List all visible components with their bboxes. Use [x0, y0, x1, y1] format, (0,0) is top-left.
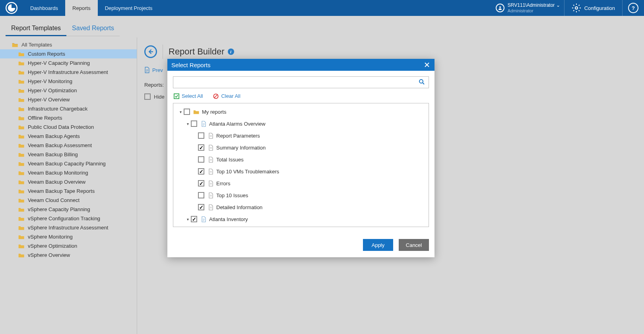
expand-toggle[interactable]: ▾ — [185, 217, 190, 221]
report-tree-row[interactable]: ▾My reports — [175, 106, 427, 118]
folder-icon — [18, 134, 25, 139]
subtab-saved-reports[interactable]: Saved Reports — [66, 21, 120, 36]
report-tree[interactable]: ▾My reports▾Atlanta Alarms OverviewRepor… — [173, 103, 429, 227]
tree-item-label: Veeam Backup Agents — [28, 133, 80, 139]
report-tree-row[interactable]: Summary Information — [175, 142, 427, 153]
report-checkbox[interactable] — [198, 156, 204, 163]
search-button[interactable] — [418, 78, 426, 86]
report-tree-row[interactable]: Detailed Information — [175, 201, 427, 213]
report-tree-row[interactable]: Total Issues — [175, 153, 427, 165]
report-tree-row[interactable]: Top 10 VMs Troublemakers — [175, 165, 427, 177]
hide-checkbox[interactable] — [144, 93, 151, 100]
document-icon — [144, 67, 150, 73]
subtabs: Report Templates Saved Reports — [0, 16, 137, 36]
close-icon — [424, 62, 430, 68]
folder-icon — [18, 152, 25, 157]
report-checkbox[interactable] — [184, 109, 190, 115]
report-tree-row[interactable]: ▾Atlanta Inventory — [175, 213, 427, 225]
select-all-icon — [174, 93, 179, 99]
report-checkbox[interactable] — [198, 168, 204, 175]
tree-item[interactable]: vSphere Optimization — [0, 241, 137, 250]
tree-item-label: Hyper-V Optimization — [28, 87, 77, 93]
tree-item[interactable]: Offline Reports — [0, 113, 137, 122]
tree-item[interactable]: Hyper-V Capacity Planning — [0, 58, 137, 68]
expand-toggle[interactable]: ▾ — [185, 122, 190, 126]
tree-item[interactable]: Veeam Backup Assessment — [0, 141, 137, 150]
tree-item[interactable]: Veeam Backup Billing — [0, 150, 137, 159]
tree-item-label: vSphere Optimization — [28, 243, 77, 249]
chevron-down-icon: ⌄ — [556, 2, 560, 8]
section-icon — [208, 204, 213, 210]
folder-icon — [18, 198, 25, 203]
tree-item[interactable]: Veeam Backup Monitoring — [0, 168, 137, 177]
tree-item[interactable]: Hyper-V Overview — [0, 95, 137, 104]
back-button[interactable] — [144, 45, 157, 58]
folder-icon — [18, 216, 25, 221]
tree-item[interactable]: Hyper-V Infrastructure Assessment — [0, 68, 137, 77]
tree-item[interactable]: Veeam Backup Overview — [0, 177, 137, 186]
preview-link[interactable]: Prev — [152, 67, 163, 73]
report-checkbox[interactable] — [191, 120, 197, 127]
folder-icon — [18, 70, 25, 75]
tree-item-label: Veeam Backup Capacity Planning — [28, 161, 106, 167]
folder-icon — [18, 88, 25, 93]
report-tree-label: Atlanta Alarms Overview — [209, 121, 266, 127]
report-tree-row[interactable]: Report Parameters — [175, 130, 427, 142]
tree-item-label: Hyper-V Capacity Planning — [28, 60, 90, 66]
report-checkbox[interactable] — [198, 132, 204, 139]
expand-toggle[interactable]: ▾ — [178, 110, 183, 114]
tree-item[interactable]: Hyper-V Optimization — [0, 86, 137, 95]
report-tree-row[interactable]: Top 10 Issues — [175, 189, 427, 201]
select-all-button[interactable]: Select All — [174, 93, 203, 99]
search-input[interactable] — [176, 80, 418, 85]
tree-item[interactable]: Veeam Cloud Connect — [0, 196, 137, 205]
nav-deployment-projects[interactable]: Deployment Projects — [98, 0, 160, 16]
info-icon[interactable]: i — [228, 49, 234, 55]
clear-all-button[interactable]: Clear All — [213, 93, 240, 99]
page-title: Report Builder — [169, 47, 225, 57]
report-tree-label: Top 10 VMs Troublemakers — [216, 169, 279, 175]
report-tree-row[interactable]: Errors — [175, 177, 427, 189]
tree-item[interactable]: Veeam Backup Capacity Planning — [0, 159, 137, 168]
top-bar: Dashboards Reports Deployment Projects S… — [0, 0, 644, 16]
tree-item-label: Hyper-V Monitoring — [28, 78, 72, 84]
tree-item-label: Infrastructure Chargeback — [28, 106, 87, 112]
report-checkbox[interactable] — [191, 216, 197, 222]
folder-icon — [18, 106, 25, 112]
subtab-report-templates[interactable]: Report Templates — [6, 21, 66, 36]
cancel-button[interactable]: Cancel — [399, 239, 429, 251]
tree-item[interactable]: Veeam Backup Agents — [0, 132, 137, 141]
report-checkbox[interactable] — [198, 192, 204, 198]
folder-open-icon — [12, 42, 18, 48]
user-name: SRV111\Administrator ⌄ — [508, 2, 560, 8]
section-icon — [208, 181, 213, 186]
section-icon — [208, 157, 213, 163]
report-tree-label: Report Parameters — [216, 133, 260, 139]
tree-item[interactable]: vSphere Monitoring — [0, 232, 137, 241]
nav-reports[interactable]: Reports — [65, 0, 98, 16]
tree-item[interactable]: Infrastructure Chargeback — [0, 104, 137, 113]
help-button[interactable]: ? — [628, 3, 638, 13]
folder-icon — [18, 97, 25, 103]
folder-icon — [18, 79, 25, 84]
tree-item[interactable]: Custom Reports — [0, 49, 137, 58]
nav-dashboards[interactable]: Dashboards — [23, 0, 65, 16]
report-checkbox[interactable] — [198, 204, 204, 210]
user-menu[interactable]: SRV111\Administrator ⌄ Administrator — [492, 0, 564, 16]
tree-item[interactable]: vSphere Capacity Planning — [0, 205, 137, 214]
report-checkbox[interactable] — [198, 180, 204, 186]
tree-item[interactable]: Public Cloud Data Protection — [0, 122, 137, 132]
tree-item[interactable]: Veeam Backup Tape Reports — [0, 186, 137, 196]
tree-item[interactable]: Hyper-V Monitoring — [0, 77, 137, 86]
gear-icon — [572, 3, 581, 13]
folder-icon — [18, 51, 25, 57]
dialog-close-button[interactable] — [423, 61, 431, 68]
tree-item[interactable]: vSphere Infrastructure Assessment — [0, 223, 137, 232]
tree-item[interactable]: vSphere Configuration Tracking — [0, 214, 137, 223]
report-checkbox[interactable] — [198, 144, 204, 151]
tree-root-all-templates[interactable]: All Templates — [0, 40, 137, 49]
apply-button[interactable]: Apply — [363, 239, 393, 251]
configuration-button[interactable]: Configuration — [564, 0, 623, 16]
report-tree-row[interactable]: ▾Atlanta Alarms Overview — [175, 118, 427, 130]
tree-item[interactable]: vSphere Overview — [0, 250, 137, 260]
